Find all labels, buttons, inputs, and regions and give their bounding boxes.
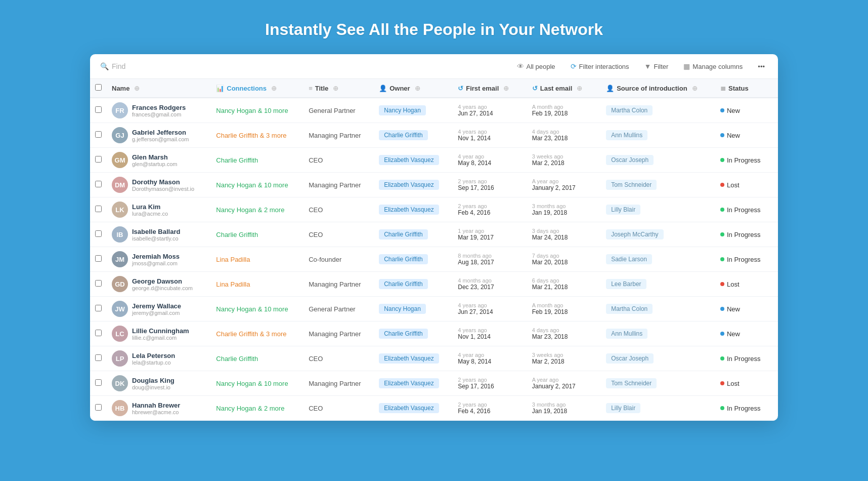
filter-interactions-button[interactable]: ⟳ Filter interactions [568,60,632,72]
owner-badge[interactable]: Nancy Hogan [379,304,426,314]
status-label: In Progress [727,256,760,263]
row-checkbox[interactable] [95,280,102,287]
row-checkbox[interactable] [95,255,102,262]
person-email: jeremy@gmail.com [132,310,181,316]
owner-cell: Elizabeth Vasquez [374,173,453,197]
owner-badge[interactable]: Nancy Hogan [379,105,426,115]
owner-badge[interactable]: Charlie Griffith [379,229,427,239]
first-email-date: May 8, 2014 [458,159,522,167]
row-checkbox[interactable] [95,106,102,113]
connections-cell: Charlie Griffith & 3 more [211,123,303,148]
filter-button[interactable]: ▼ Filter [641,60,672,72]
connections-cell: Charlie Griffith [211,222,303,247]
status-indicator: New [720,330,740,338]
app-container: 🔍 Find 👁 All people ⟳ Filter interaction… [90,54,778,421]
connections-col-expand[interactable]: ⊕ [271,85,277,92]
row-checkbox[interactable] [95,181,102,187]
connections-link[interactable]: Charlie Griffith [216,355,258,363]
last-email-col-expand[interactable]: ⊕ [577,85,582,92]
row-checkbox[interactable] [95,206,102,212]
connections-link[interactable]: Charlie Griffith & 3 more [216,132,286,139]
connections-link[interactable]: Nancy Hogan & 10 more [216,107,288,114]
row-checkbox[interactable] [95,131,102,138]
person-title: CEO [309,355,323,363]
person-name[interactable]: Lela Peterson [132,352,175,359]
owner-col-expand[interactable]: ⊕ [415,85,420,92]
owner-badge[interactable]: Elizabeth Vasquez [379,155,439,165]
connections-link[interactable]: Nancy Hogan & 10 more [216,380,288,387]
row-checkbox[interactable] [95,354,102,361]
manage-columns-button[interactable]: ▦ Manage columns [680,60,746,72]
person-title: CEO [309,156,323,164]
person-name[interactable]: Dorothy Mason [132,178,194,186]
row-checkbox[interactable] [95,379,102,386]
name-cell: LK Lura Kim lura@acme.co [107,197,211,222]
person-name[interactable]: Isabelle Ballard [132,228,180,235]
owner-badge[interactable]: Elizabeth Vasquez [379,353,439,364]
owner-badge[interactable]: Elizabeth Vasquez [379,378,439,388]
person-name[interactable]: Jeremiah Moss [132,253,180,260]
person-name[interactable]: Douglas King [132,377,175,384]
person-name[interactable]: George Dawson [132,277,193,285]
row-checkbox[interactable] [95,305,102,311]
last-email-cell: A month ago Feb 19, 2018 [527,297,601,322]
person-email: hbrewer@acme.co [132,409,180,415]
owner-badge[interactable]: Charlie Griffith [379,329,427,339]
all-people-button[interactable]: 👁 All people [514,60,558,72]
owner-badge[interactable]: Charlie Griffith [379,130,427,140]
owner-badge[interactable]: Elizabeth Vasquez [379,205,439,215]
select-all-checkbox[interactable] [95,84,102,91]
connections-link[interactable]: Charlie Griffith & 3 more [216,330,286,338]
status-label: In Progress [727,231,760,238]
person-name[interactable]: Gabriel Jefferson [132,129,189,136]
person-title: Managing Partner [309,181,361,189]
person-name[interactable]: Lura Kim [132,203,168,211]
owner-cell: Charlie Griffith [374,222,453,247]
person-email: g.jefferson@gmail.com [132,136,189,142]
status-label: In Progress [727,405,760,412]
status-cell: New [715,322,778,346]
person-name[interactable]: Glen Marsh [132,153,177,161]
owner-cell: Charlie Griffith [374,247,453,272]
connections-cell: Nancy Hogan & 2 more [211,197,303,222]
owner-cell: Nancy Hogan [374,98,453,123]
owner-badge[interactable]: Elizabeth Vasquez [379,403,439,413]
title-cell: General Partner [303,98,374,123]
person-name[interactable]: Lillie Cunningham [132,327,189,335]
owner-badge[interactable]: Charlie Griffith [379,279,427,289]
source-col-expand[interactable]: ⊕ [692,85,698,92]
first-email-date: May 8, 2014 [458,358,522,365]
row-checkbox-cell [90,148,107,173]
avatar: LC [112,326,128,342]
person-name[interactable]: Frances Rodgers [132,104,186,111]
row-checkbox[interactable] [95,230,102,237]
status-indicator: Lost [720,181,740,189]
status-cell: New [715,123,778,148]
title-col-expand[interactable]: ⊕ [333,85,338,92]
last-email-ago: 6 days ago [532,277,596,284]
connections-link[interactable]: Nancy Hogan & 10 more [216,181,288,189]
last-email-ago: A month ago [532,302,596,308]
row-checkbox[interactable] [95,404,102,411]
first-email-col-expand[interactable]: ⊕ [503,85,509,92]
status-dot [720,183,724,187]
name-col-expand[interactable]: ⊕ [134,85,140,92]
connections-link[interactable]: Charlie Griffith [216,156,258,164]
status-label: New [727,305,740,313]
connections-link[interactable]: Lina Padilla [216,256,250,263]
row-checkbox[interactable] [95,156,102,163]
row-checkbox[interactable] [95,330,102,336]
connections-link[interactable]: Lina Padilla [216,280,250,288]
connections-link[interactable]: Nancy Hogan & 10 more [216,305,288,313]
find-label[interactable]: Find [112,62,125,70]
owner-badge[interactable]: Elizabeth Vasquez [379,180,439,190]
connections-link[interactable]: Nancy Hogan & 2 more [216,206,284,214]
connections-link[interactable]: Nancy Hogan & 2 more [216,405,284,412]
person-name[interactable]: Hannah Brewer [132,402,180,409]
source-cell: Tom Schneider [601,371,715,396]
owner-badge[interactable]: Charlie Griffith [379,254,427,264]
header-source: 👤 Source of introduction ⊕ [601,79,715,98]
connections-link[interactable]: Charlie Griffith [216,231,258,238]
person-name[interactable]: Jeremy Wallace [132,302,181,310]
more-options-button[interactable]: ••• [755,61,768,72]
